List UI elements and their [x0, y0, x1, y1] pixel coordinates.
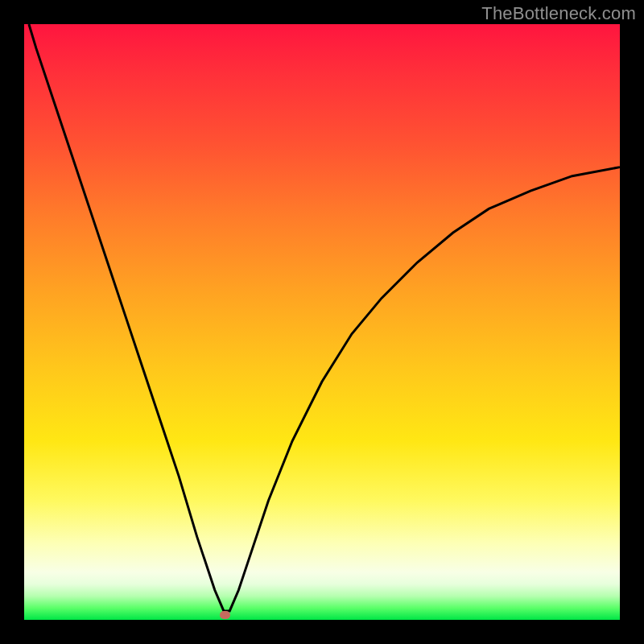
optimum-marker [220, 611, 230, 619]
bottleneck-curve [24, 24, 620, 620]
plot-area [24, 24, 620, 620]
chart-frame: TheBottleneck.com [0, 0, 644, 644]
curve-path [29, 24, 620, 611]
watermark-text: TheBottleneck.com [481, 3, 636, 24]
